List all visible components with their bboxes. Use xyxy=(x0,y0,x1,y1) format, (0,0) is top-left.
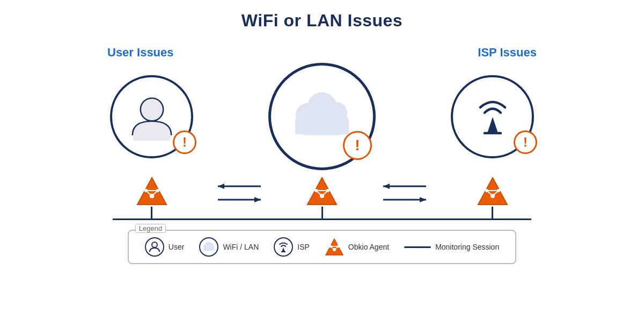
wifi-warning-badge: ! xyxy=(343,131,372,160)
center-arrows xyxy=(193,176,451,218)
user-circle: ! xyxy=(110,75,193,158)
legend-session-item: Monitoring Session xyxy=(404,243,499,251)
legend-agent-item: Obkio Agent xyxy=(325,238,389,256)
legend-agent-icon xyxy=(325,238,344,256)
user-node: ! xyxy=(110,75,193,158)
isp-node: ! xyxy=(451,75,534,158)
legend-wifi-label: WiFi / LAN xyxy=(223,243,259,251)
user-icon xyxy=(128,92,176,141)
legend-user-icon xyxy=(149,241,160,253)
user-issues-label: User Issues xyxy=(107,46,174,59)
legend-label: Legend xyxy=(135,224,166,233)
svg-marker-44 xyxy=(282,247,285,252)
isp-agent-col xyxy=(451,176,534,218)
svg-marker-30 xyxy=(420,197,426,202)
isp-warning-badge: ! xyxy=(514,130,537,154)
left-arrows xyxy=(213,184,266,203)
legend-user-label: User xyxy=(169,243,185,251)
legend-isp-icon xyxy=(277,240,290,253)
horizontal-connector xyxy=(113,218,531,220)
legend-session-label: Monitoring Session xyxy=(435,243,499,251)
isp-agent-icon xyxy=(476,176,509,207)
svg-marker-7 xyxy=(487,117,498,133)
isp-circle: ! xyxy=(451,75,534,158)
svg-point-38 xyxy=(152,242,157,247)
legend-agent-label: Obkio Agent xyxy=(348,243,389,251)
cloud-icon xyxy=(287,92,357,141)
svg-point-1 xyxy=(141,99,163,120)
user-warning-badge: ! xyxy=(173,130,196,154)
center-agent-icon xyxy=(305,176,339,207)
user-agent-col xyxy=(110,176,193,218)
legend-box: Legend User WiFi / L xyxy=(128,230,516,264)
svg-marker-28 xyxy=(383,184,390,189)
legend-wifi-item: WiFi / LAN xyxy=(199,237,259,257)
isp-icon xyxy=(469,92,517,141)
legend-cloud-icon xyxy=(202,242,215,252)
wifi-circle: ! xyxy=(268,63,376,170)
svg-marker-46 xyxy=(326,239,343,255)
diagram-container: User Issues ISP Issues xyxy=(80,46,564,220)
svg-marker-19 xyxy=(254,197,261,202)
wifi-node: ! xyxy=(268,63,376,170)
svg-marker-17 xyxy=(218,184,224,189)
svg-rect-43 xyxy=(203,247,214,251)
right-arrows xyxy=(378,184,431,203)
legend-isp-label: ISP xyxy=(297,243,310,251)
isp-issues-label: ISP Issues xyxy=(478,46,537,59)
user-agent-icon xyxy=(135,176,169,207)
svg-rect-6 xyxy=(295,119,349,134)
legend-user-item: User xyxy=(145,237,185,257)
legend-isp-item: ISP xyxy=(274,237,310,257)
legend-session-line xyxy=(404,246,431,248)
page-title: WiFi or LAN Issues xyxy=(241,11,402,31)
